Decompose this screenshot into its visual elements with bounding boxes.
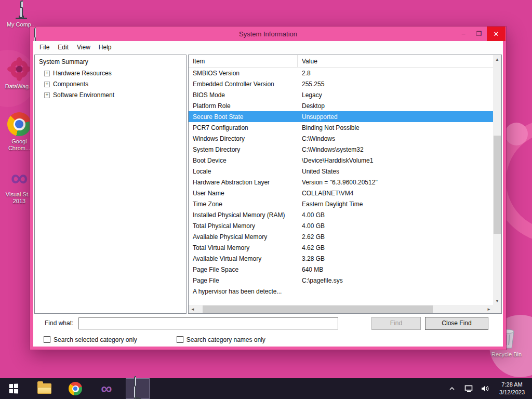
menu-edit[interactable]: Edit <box>54 42 73 52</box>
table-row[interactable]: User NameCOLLABNET\VM4 <box>189 188 493 198</box>
msinfo-icon <box>134 378 141 399</box>
item-cell: Time Zone <box>189 201 298 208</box>
item-cell: PCR7 Configuration <box>189 124 298 131</box>
item-cell: System Directory <box>189 146 298 153</box>
value-cell: 4.62 GB <box>298 244 493 251</box>
value-cell: 4.00 GB <box>298 211 493 219</box>
horizontal-scroll-thumb[interactable] <box>203 305 433 313</box>
table-row[interactable]: BIOS ModeLegacy <box>189 89 493 100</box>
value-cell: \Device\HarddiskVolume1 <box>298 157 493 164</box>
value-cell: 3.28 GB <box>298 255 493 262</box>
table-row[interactable]: Available Virtual Memory3.28 GB <box>189 253 493 264</box>
value-cell: C:\Windows\system32 <box>298 146 493 153</box>
tree-item-hardware-resources[interactable]: +Hardware Resources <box>44 70 184 77</box>
table-row[interactable]: Embedded Controller Version255.255 <box>189 78 493 89</box>
clock-time: 7:28 AM <box>501 381 522 389</box>
volume-icon[interactable] <box>481 384 490 393</box>
tree-item-software-environment[interactable]: +Software Environment <box>44 91 184 99</box>
start-button[interactable] <box>0 378 27 399</box>
search-selected-category-checkbox[interactable] <box>44 336 50 343</box>
table-row[interactable]: Secure Boot StateUnsupported <box>189 111 493 122</box>
table-row[interactable]: A hypervisor has been detecte... <box>189 286 493 297</box>
table-row[interactable]: Total Virtual Memory4.62 GB <box>189 242 493 253</box>
table-row[interactable]: Available Physical Memory2.62 GB <box>189 231 493 242</box>
item-cell: Installed Physical Memory (RAM) <box>189 211 298 219</box>
item-cell: Secure Boot State <box>189 113 298 121</box>
table-row[interactable]: Time ZoneEastern Daylight Time <box>189 198 493 209</box>
table-row[interactable]: SMBIOS Version2.8 <box>189 68 493 78</box>
table-row[interactable]: Windows DirectoryC:\Windows <box>189 133 493 144</box>
table-row[interactable]: Total Physical Memory4.00 GB <box>189 220 493 231</box>
scroll-down-arrow[interactable]: ▼ <box>493 297 501 305</box>
taskbar-visual-studio[interactable]: ∞ <box>95 378 118 399</box>
folder-icon <box>37 383 51 394</box>
item-cell: Page File <box>189 277 298 284</box>
find-bar: Find what: Find Close Find <box>33 314 503 332</box>
menu-view[interactable]: View <box>73 42 95 52</box>
find-input[interactable] <box>78 317 338 329</box>
expand-icon[interactable]: + <box>44 71 50 76</box>
horizontal-scroll-track[interactable] <box>197 305 485 313</box>
window-title: System Information <box>30 30 506 38</box>
chrome-icon <box>69 382 82 395</box>
close-button[interactable]: ✕ <box>487 26 506 41</box>
visual-studio-icon: ∞ <box>101 381 112 396</box>
item-cell: Windows Directory <box>189 135 298 142</box>
item-cell: Embedded Controller Version <box>189 81 298 88</box>
menu-file[interactable]: File <box>35 42 54 52</box>
taskbar-system-information-active[interactable] <box>126 378 150 399</box>
show-hidden-icons-chevron[interactable] <box>447 384 457 393</box>
tree-item-system-summary[interactable]: System Summary <box>38 58 89 66</box>
table-row[interactable]: Boot Device\Device\HarddiskVolume1 <box>189 155 493 166</box>
tree-item-components[interactable]: +Components <box>44 81 184 88</box>
window-titlebar[interactable]: System Information – ❐ ✕ <box>30 26 506 41</box>
taskbar-apps: ∞ <box>32 378 150 399</box>
table-row[interactable]: Page FileC:\pagefile.sys <box>189 275 493 286</box>
table-row[interactable]: Platform RoleDesktop <box>189 100 493 111</box>
menu-help[interactable]: Help <box>95 42 116 52</box>
system-information-window: System Information – ❐ ✕ FileEditViewHel… <box>30 26 507 350</box>
horizontal-scrollbar[interactable]: ◄ ► <box>189 305 493 313</box>
close-find-button[interactable]: Close Find <box>425 317 488 330</box>
expand-icon[interactable]: + <box>44 92 50 98</box>
value-cell: Unsupported <box>298 113 493 121</box>
vertical-scrollbar[interactable]: ▲ ▼ <box>493 55 501 305</box>
table-row[interactable]: System DirectoryC:\Windows\system32 <box>189 144 493 155</box>
tree-item-label: Hardware Resources <box>53 70 112 77</box>
item-cell: Available Virtual Memory <box>189 255 298 262</box>
search-category-names-checkbox[interactable] <box>177 336 183 343</box>
desktop-icon-label: Recycle Bin <box>491 351 522 358</box>
list-rows: SMBIOS Version2.8Embedded Controller Ver… <box>189 68 493 305</box>
table-row[interactable]: PCR7 ConfigurationBinding Not Possible <box>189 122 493 133</box>
minimize-button[interactable]: – <box>456 26 471 41</box>
item-cell: Total Physical Memory <box>189 222 298 230</box>
table-row[interactable]: LocaleUnited States <box>189 166 493 177</box>
system-tray: 7:28 AM 3/12/2023 <box>447 378 532 399</box>
taskbar-clock[interactable]: 7:28 AM 3/12/2023 <box>497 381 527 396</box>
scroll-up-arrow[interactable]: ▲ <box>493 55 501 63</box>
table-row[interactable]: Installed Physical Memory (RAM)4.00 GB <box>189 209 493 220</box>
table-row[interactable]: Page File Space640 MB <box>189 264 493 275</box>
taskbar-chrome[interactable] <box>63 378 87 399</box>
item-cell: Platform Role <box>189 102 298 110</box>
taskbar-file-explorer[interactable] <box>32 378 56 399</box>
wallpaper-circle <box>505 123 528 145</box>
find-button[interactable]: Find <box>371 317 421 330</box>
maximize-button[interactable]: ❐ <box>471 26 487 41</box>
value-cell: Eastern Daylight Time <box>298 201 493 208</box>
table-row[interactable]: Hardware Abstraction LayerVersion = "6.3… <box>189 177 493 188</box>
scroll-left-arrow[interactable]: ◄ <box>189 305 197 313</box>
find-options-row: Search selected category only Search cat… <box>33 332 503 347</box>
find-what-label: Find what: <box>45 320 73 327</box>
item-cell: BIOS Mode <box>189 91 298 99</box>
expand-icon[interactable]: + <box>44 82 50 87</box>
vertical-scroll-track[interactable] <box>493 63 501 297</box>
taskbar: ∞ 7:28 AM 3/12/2023 <box>0 378 532 399</box>
scroll-right-arrow[interactable]: ► <box>485 305 493 313</box>
vertical-scroll-thumb[interactable] <box>494 136 501 234</box>
desktop-icon-my-computer[interactable]: My Comp... <box>1 3 42 28</box>
chrome-icon <box>7 112 31 136</box>
network-icon[interactable] <box>464 384 473 393</box>
content-area: System Summary +Hardware Resources+Compo… <box>33 54 503 314</box>
value-cell: Legacy <box>298 91 493 99</box>
